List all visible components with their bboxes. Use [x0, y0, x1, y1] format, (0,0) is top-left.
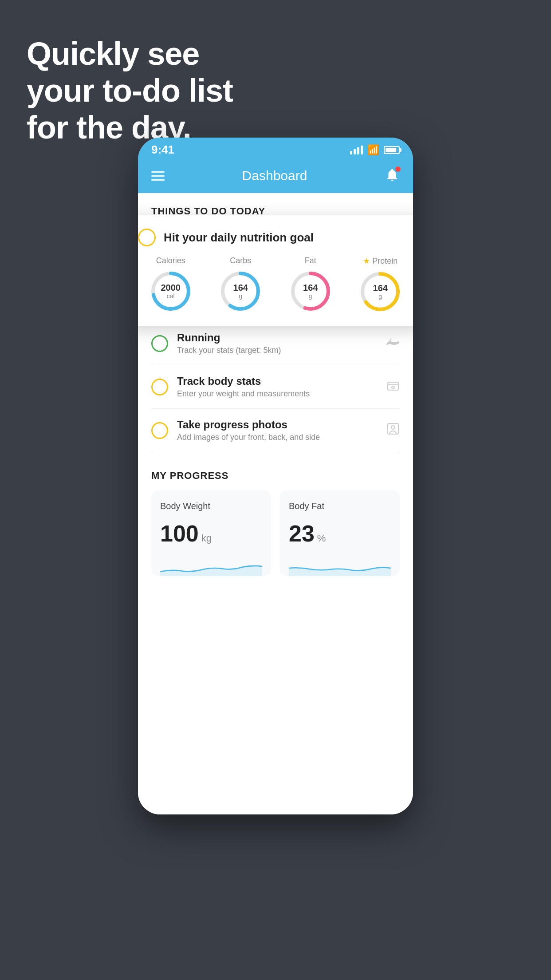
- body-fat-sparkline: [289, 554, 391, 576]
- running-shoe-icon: [386, 336, 400, 351]
- fat-value: 164: [303, 283, 318, 292]
- calories-circle: Calories 2000 cal: [149, 256, 193, 314]
- nutrition-goal-title: Hit your daily nutrition goal: [164, 231, 314, 245]
- running-title: Running: [177, 332, 377, 344]
- protein-value: 164: [373, 283, 388, 293]
- notification-bell-icon[interactable]: [385, 167, 400, 184]
- carbs-circle: Carbs 164 g: [218, 256, 263, 314]
- nav-title: Dashboard: [242, 168, 307, 183]
- phone-mockup: 9:41 📶 Dashboard: [138, 138, 413, 814]
- body-stats-checkbox[interactable]: [151, 379, 168, 395]
- nav-bar: Dashboard: [138, 160, 413, 193]
- protein-unit: g: [373, 293, 388, 300]
- todo-item-running[interactable]: Running Track your stats (target: 5km): [151, 322, 400, 365]
- svg-point-12: [391, 426, 395, 429]
- body-fat-unit: %: [317, 533, 326, 544]
- battery-icon: [384, 146, 400, 154]
- calories-label: Calories: [156, 256, 185, 265]
- body-stats-title: Track body stats: [177, 375, 378, 387]
- progress-header: MY PROGRESS: [151, 470, 400, 482]
- hamburger-menu-icon[interactable]: [151, 171, 165, 181]
- progress-section: MY PROGRESS Body Weight 100 kg: [138, 452, 413, 589]
- person-photo-icon: [386, 422, 400, 439]
- protein-star-icon: ★: [363, 256, 370, 266]
- fat-unit: g: [303, 292, 318, 300]
- protein-circle: ★ Protein 164 g: [358, 256, 402, 314]
- scale-icon: [386, 379, 400, 395]
- body-weight-unit: kg: [201, 533, 212, 544]
- hero-text: Quickly see your to-do list for the day.: [27, 36, 233, 146]
- photos-checkbox[interactable]: [151, 422, 168, 439]
- todo-item-photos[interactable]: Take progress photos Add images of your …: [151, 409, 400, 452]
- status-icons: 📶: [350, 144, 400, 156]
- body-fat-card: Body Fat 23 %: [280, 490, 400, 576]
- status-time: 9:41: [151, 143, 174, 157]
- notification-dot: [395, 166, 401, 172]
- todo-item-body-stats[interactable]: Track body stats Enter your weight and m…: [151, 365, 400, 409]
- running-subtitle: Track your stats (target: 5km): [177, 346, 377, 355]
- nutrition-circles: Calories 2000 cal: [138, 256, 413, 314]
- protein-donut: 164 g: [358, 269, 402, 314]
- progress-cards: Body Weight 100 kg: [151, 490, 400, 576]
- body-fat-label: Body Fat: [289, 501, 391, 511]
- photos-subtitle: Add images of your front, back, and side: [177, 433, 378, 442]
- carbs-label: Carbs: [230, 256, 251, 265]
- todo-list: Running Track your stats (target: 5km): [138, 322, 413, 452]
- protein-label: ★ Protein: [363, 256, 398, 266]
- nutrition-goal-checkbox[interactable]: [138, 229, 156, 246]
- signal-bars-icon: [350, 146, 363, 154]
- nutrition-goal-card: Hit your daily nutrition goal Calories: [138, 215, 413, 326]
- fat-circle: Fat 164 g: [288, 256, 333, 314]
- body-stats-subtitle: Enter your weight and measurements: [177, 389, 378, 399]
- body-weight-value: 100 kg: [160, 520, 262, 547]
- carbs-unit: g: [233, 292, 248, 300]
- body-weight-card: Body Weight 100 kg: [151, 490, 271, 576]
- running-checkbox[interactable]: [151, 335, 168, 352]
- fat-label: Fat: [305, 256, 316, 265]
- body-weight-label: Body Weight: [160, 501, 262, 511]
- status-bar: 9:41 📶: [138, 138, 413, 160]
- calories-donut: 2000 cal: [149, 269, 193, 313]
- body-weight-sparkline: [160, 554, 262, 576]
- phone-body: THINGS TO DO TODAY Hit your daily nutrit…: [138, 193, 413, 814]
- body-fat-value: 23 %: [289, 520, 391, 547]
- wifi-icon: 📶: [367, 144, 379, 156]
- photos-title: Take progress photos: [177, 419, 378, 431]
- calories-unit: cal: [161, 292, 181, 300]
- svg-point-10: [392, 386, 394, 389]
- calories-value: 2000: [161, 283, 181, 292]
- carbs-value: 164: [233, 283, 248, 292]
- fat-donut: 164 g: [288, 269, 333, 313]
- carbs-donut: 164 g: [218, 269, 263, 313]
